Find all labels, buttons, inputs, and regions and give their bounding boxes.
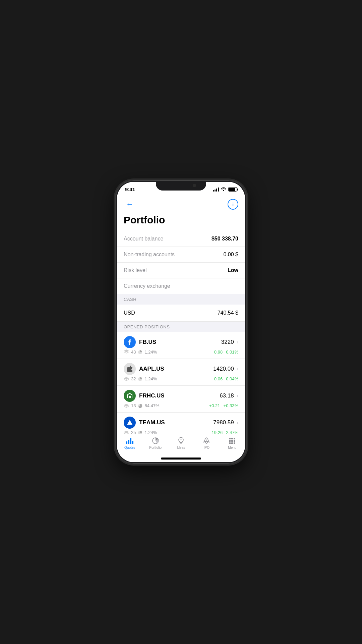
team-allocation: 1.24% (144, 430, 157, 434)
frhc-chevron-icon: › (237, 393, 238, 399)
frhc-allocation: 84.47% (144, 403, 159, 408)
position-item-frhc[interactable]: FRHC.US 63.18 › 13 (117, 386, 245, 413)
aapl-chevron-icon: › (237, 366, 238, 372)
notch (156, 180, 206, 191)
nav-item-quotes[interactable]: Quotes (117, 437, 142, 449)
home-indicator (161, 458, 201, 460)
info-icon: i (232, 202, 234, 207)
fb-price: 3220 (221, 339, 234, 345)
team-meta: 25 1.24% (124, 430, 157, 434)
team-price: 7980.59 (213, 419, 234, 426)
battery-icon (228, 187, 237, 192)
page-header: ← i (117, 195, 245, 213)
svg-point-7 (206, 440, 207, 441)
svg-point-6 (181, 439, 182, 440)
info-button[interactable]: i (228, 199, 238, 210)
usd-value: 740.54 $ (218, 310, 238, 316)
content-scroll: ← i Portfolio Account balance $50 338.70… (117, 195, 245, 434)
ipo-nav-icon (202, 437, 211, 445)
aapl-layers-icon (124, 377, 129, 381)
risk-level-value: Low (228, 267, 238, 273)
aapl-logo (124, 363, 136, 375)
signal-bars-icon (213, 187, 219, 192)
cash-section-header: CASH (117, 294, 245, 305)
aapl-pie-icon (138, 377, 142, 381)
aapl-price-area: 1420.00 › (213, 366, 238, 372)
fb-ticker: FB.US (139, 339, 156, 345)
portfolio-nav-label: Portfolio (149, 446, 162, 449)
fb-price-area: 3220 › (221, 339, 238, 345)
nav-item-menu[interactable]: Menu (220, 437, 245, 449)
back-button[interactable]: ← (124, 198, 136, 210)
fb-allocation: 1.24% (144, 350, 157, 355)
frhc-changes: +0.21 +0.33% (209, 403, 238, 408)
bar-chart-icon (126, 437, 133, 444)
team-quantity: 25 (131, 430, 136, 434)
page-title: Portfolio (117, 213, 245, 231)
fb-quantity: 43 (131, 350, 136, 355)
position-item-fb[interactable]: FB.US 3220 › (117, 332, 245, 359)
non-trading-label: Non-trading accounts (124, 252, 175, 258)
ipo-nav-label: IPO (204, 446, 209, 449)
portfolio-nav-icon (151, 437, 160, 445)
fb-change-value: 0.98 (214, 350, 223, 355)
currency-exchange-row[interactable]: Currency exchange (117, 278, 245, 294)
team-layers-icon (124, 431, 129, 434)
screen: 9:41 (117, 182, 245, 462)
team-changes: 19.26 2.47% (212, 430, 238, 434)
risk-level-label: Risk level (124, 267, 146, 273)
nav-item-portfolio[interactable]: Portfolio (142, 437, 168, 449)
aapl-price: 1420.00 (213, 366, 234, 372)
menu-nav-label: Menu (228, 446, 236, 449)
nav-item-ideas[interactable]: Ideas (168, 437, 194, 449)
ideas-nav-label: Ideas (177, 446, 185, 449)
currency-exchange-label: Currency exchange (124, 283, 170, 289)
team-change-pct: 2.47% (226, 430, 238, 434)
frhc-logo (124, 390, 136, 402)
bottom-nav: Quotes Portfolio (117, 434, 245, 456)
camera-dot (193, 184, 196, 187)
quotes-nav-icon (125, 437, 134, 445)
pie-chart-icon (152, 437, 159, 444)
team-ticker: TEAM.US (139, 419, 165, 426)
team-change-value: 19.26 (212, 430, 223, 434)
aapl-change-value: 0.06 (214, 376, 223, 381)
aapl-ticker: AAPL.US (139, 366, 164, 372)
aapl-changes: 0.06 0.04% (214, 376, 238, 381)
account-balance-value: $50 338.70 (212, 236, 238, 242)
team-chevron-icon: › (237, 420, 238, 426)
non-trading-value: 0.00 $ (224, 252, 238, 258)
ideas-nav-icon (176, 437, 186, 445)
quotes-nav-label: Quotes (124, 446, 135, 449)
position-item-aapl[interactable]: AAPL.US 1420.00 › 32 (117, 359, 245, 386)
usd-label: USD (124, 310, 135, 316)
fb-layers-icon (124, 350, 129, 355)
frhc-change-value: +0.21 (209, 403, 220, 408)
nav-item-ipo[interactable]: IPO (194, 437, 219, 449)
frhc-layers-icon (124, 404, 129, 408)
positions-section-header: OPENED POSITIONS (117, 322, 245, 332)
status-icons (213, 187, 237, 192)
frhc-quantity: 13 (131, 403, 136, 408)
account-balance-row: Account balance $50 338.70 (117, 231, 245, 247)
risk-level-row: Risk level Low (117, 263, 245, 278)
non-trading-row: Non-trading accounts 0.00 $ (117, 247, 245, 263)
frhc-change-pct: +0.33% (224, 403, 238, 408)
grid-icon (229, 438, 235, 444)
fb-change-pct: 0.01% (226, 350, 238, 355)
frhc-price: 63.18 (220, 392, 234, 399)
aapl-meta: 32 1.24% (124, 376, 157, 381)
usd-row: USD 740.54 $ (117, 305, 245, 322)
menu-nav-icon (228, 437, 237, 445)
fb-pie-icon (138, 350, 142, 355)
frhc-ticker: FRHC.US (139, 392, 165, 399)
frhc-meta: 13 84.47% (124, 403, 160, 408)
fb-meta: 43 1.24% (124, 350, 157, 355)
team-logo (124, 417, 136, 429)
frhc-price-area: 63.18 › (220, 392, 238, 399)
wifi-icon (221, 187, 226, 192)
svg-rect-2 (129, 396, 131, 398)
aapl-allocation: 1.24% (144, 376, 157, 381)
lightbulb-icon (177, 437, 185, 445)
position-item-team[interactable]: TEAM.US 7980.59 › 25 (117, 413, 245, 434)
